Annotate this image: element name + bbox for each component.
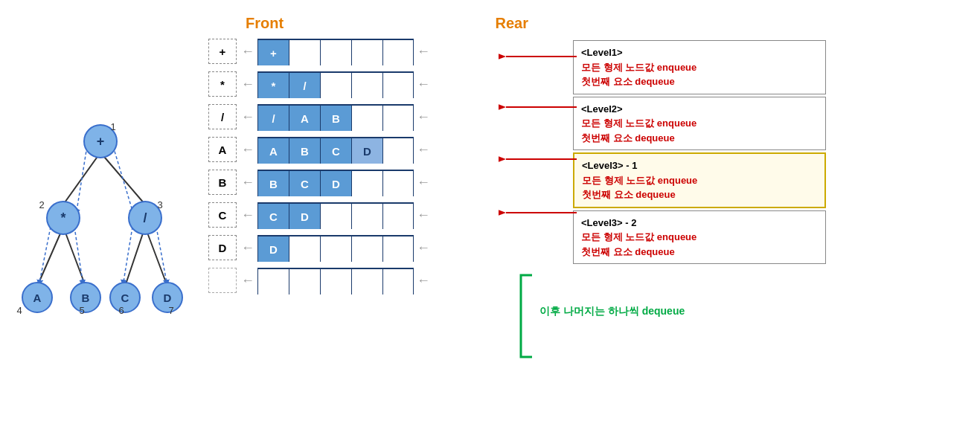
cell-7-3 — [320, 236, 351, 262]
arrow-right-7: ← — [417, 240, 430, 256]
annotation-level2: <Level2> 모든 형제 노드값 enqueue첫번째 요소 dequeue — [573, 97, 826, 151]
cell-2-1: * — [257, 73, 289, 98]
cell-3-1: / — [257, 106, 289, 131]
cells-1: + — [257, 39, 414, 64]
arrow-left-8: ← — [241, 273, 254, 289]
cell-5-2: C — [289, 171, 320, 196]
annotation-level3-1: <Level3> - 1 모든 형제 노드값 enqueue첫번째 요소 deq… — [573, 152, 826, 208]
cell-1-5 — [382, 40, 414, 65]
arrow-right-4: ← — [417, 142, 430, 158]
green-annotation-text: 이후 나머지는 하나씩 dequeue — [539, 305, 685, 318]
dequeued-cell-6: C — [208, 202, 237, 228]
svg-text:D: D — [164, 292, 172, 304]
svg-text:C: C — [121, 292, 129, 304]
svg-line-4 — [125, 227, 145, 286]
cell-4-4: D — [351, 138, 382, 164]
dequeued-cell-4: A — [208, 137, 237, 162]
cells-6: C D — [257, 202, 414, 228]
cell-6-3 — [320, 204, 351, 229]
cell-7-2 — [289, 236, 320, 262]
arrow-left-3: ← — [241, 109, 254, 125]
annotation-level3-1-title: <Level3> - 1 — [582, 158, 817, 173]
queue-row-1: + ← + ← — [208, 36, 566, 66]
queue-row-4: A ← A B C D ← — [208, 135, 566, 164]
svg-text:1: 1 — [110, 121, 115, 132]
svg-line-3 — [63, 227, 86, 286]
svg-text:6: 6 — [118, 305, 124, 316]
svg-line-7 — [112, 141, 134, 216]
queue-row-8: ← ← — [208, 265, 566, 295]
cell-8-2 — [289, 269, 320, 294]
annotation-level3-1-text: 모든 형제 노드값 enqueue첫번째 요소 dequeue — [582, 173, 817, 202]
arrow-right-3: ← — [417, 109, 430, 125]
dequeued-cell-1: + — [208, 39, 237, 64]
annotation-level1-text: 모든 형제 노드값 enqueue첫번째 요소 dequeue — [581, 60, 818, 89]
cell-1-1: + — [257, 40, 289, 65]
cell-2-3 — [320, 73, 351, 98]
cell-4-3: C — [320, 138, 351, 164]
cell-2-4 — [351, 73, 382, 98]
cell-2-5 — [382, 73, 414, 98]
svg-line-11 — [156, 227, 167, 286]
front-label: Front — [246, 15, 284, 32]
cells-3: / A B — [257, 104, 414, 129]
annotation-level1-title: <Level1> — [581, 45, 818, 60]
cell-4-2: B — [289, 138, 320, 164]
svg-text:2: 2 — [39, 199, 44, 210]
dequeued-cell-8 — [208, 268, 237, 293]
arrow-right-6: ← — [417, 207, 430, 223]
cell-8-4 — [351, 269, 382, 294]
cell-3-3: B — [320, 106, 351, 131]
cell-2-2: / — [289, 73, 320, 98]
annotation-level3-2-text: 모든 형제 노드값 enqueue첫번째 요소 dequeue — [581, 230, 818, 259]
svg-text:5: 5 — [79, 305, 84, 316]
queue-row-5: B ← B C D ← — [208, 167, 566, 197]
queue-row-6: C ← C D ← — [208, 200, 566, 230]
arrow-left-5: ← — [241, 175, 254, 190]
cells-8 — [257, 268, 414, 293]
arrow-right-1: ← — [417, 44, 430, 59]
dequeued-cell-7: D — [208, 235, 237, 260]
cell-8-5 — [382, 269, 414, 294]
cell-8-3 — [320, 269, 351, 294]
arrow-right-8: ← — [417, 273, 430, 289]
cell-6-2: D — [289, 204, 320, 229]
cell-5-5 — [382, 171, 414, 196]
cells-4: A B C D — [257, 137, 414, 162]
cell-4-1: A — [257, 138, 289, 164]
cell-4-5 — [382, 138, 414, 164]
arrow-right-5: ← — [417, 175, 430, 190]
cell-7-4 — [351, 236, 382, 262]
cell-1-4 — [351, 40, 382, 65]
cells-7: D — [257, 235, 414, 260]
arrow-right-2: ← — [417, 77, 430, 92]
cell-1-3 — [320, 40, 351, 65]
annotation-level2-text: 모든 형제 노드값 enqueue첫번째 요소 dequeue — [581, 116, 818, 145]
arrow-left-2: ← — [241, 77, 254, 92]
cell-6-5 — [382, 204, 414, 229]
dequeued-cell-2: * — [208, 71, 237, 97]
svg-text:A: A — [33, 292, 42, 304]
cell-3-4 — [351, 106, 382, 131]
cell-8-1 — [257, 269, 289, 294]
green-annotation-container: 이후 나머지는 하나씩 dequeue — [513, 271, 826, 361]
svg-text:/: / — [143, 210, 147, 225]
cell-1-2 — [289, 40, 320, 65]
queue-row-2: * ← * / ← — [208, 69, 566, 99]
annotations-container: <Level1> 모든 형제 노드값 enqueue첫번째 요소 dequeue… — [573, 40, 826, 361]
cell-7-5 — [382, 236, 414, 262]
dequeued-cell-3: / — [208, 104, 237, 129]
main-container: + 1 * 2 / 3 A 4 B 5 C 6 D 7 — [0, 0, 980, 441]
svg-line-6 — [76, 141, 88, 216]
svg-text:7: 7 — [168, 305, 173, 316]
cell-5-4 — [351, 171, 382, 196]
cell-3-2: A — [289, 106, 320, 131]
green-bracket-svg — [513, 271, 536, 361]
cells-2: * / — [257, 71, 414, 97]
rear-label: Rear — [496, 15, 528, 32]
arrow-left-7: ← — [241, 240, 254, 256]
svg-text:+: + — [97, 134, 105, 149]
annotation-level3-2: <Level3> - 2 모든 형제 노드값 enqueue첫번째 요소 deq… — [573, 210, 826, 265]
svg-line-2 — [37, 227, 63, 286]
svg-text:B: B — [82, 292, 90, 304]
